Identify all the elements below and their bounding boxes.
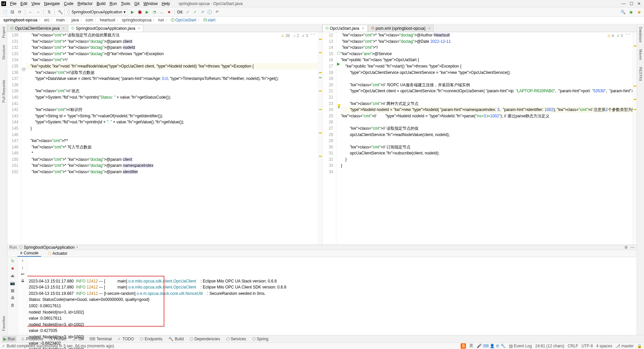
breadcrumb-item[interactable]: com (84, 18, 95, 22)
menu-edit[interactable]: Edit (18, 1, 29, 7)
right-tabs: ⒸOpcUaStart.java×Ⓜpom.xml (springboot-op… (322, 24, 637, 32)
right-gutter[interactable]: 1213141516171819202122232425262728293031… (322, 32, 336, 245)
left-gutter[interactable]: 1301311321331341351361371381391401411421… (7, 32, 21, 245)
avatar-icon[interactable]: ◉ (628, 9, 634, 15)
back-icon[interactable]: ← (28, 9, 34, 15)
breadcrumb-item[interactable]: ⒸOpcUaStart (169, 18, 198, 22)
rerun-icon[interactable]: ↻ (10, 258, 15, 264)
menu-help[interactable]: Help (160, 1, 172, 7)
menu-refactor[interactable]: Refactor (75, 1, 95, 7)
breadcrumb-item[interactable]: springboot-opcua (2, 18, 39, 22)
left-editor: ⒸOpcUaClientService.java×ⒸSpringbootOpcu… (7, 24, 322, 245)
gear-icon[interactable]: ⚙ (624, 245, 628, 250)
left-tool-strip: Project Structure Pull Requests Favorite… (0, 24, 7, 335)
minimize-panel-icon[interactable]: — (631, 245, 635, 250)
refresh-icon[interactable]: ⟳ (17, 9, 23, 15)
forward-icon[interactable]: → (35, 9, 41, 15)
git-label: Git: (177, 10, 183, 14)
layout-icon[interactable]: ▦ (10, 288, 15, 293)
chevron-icon[interactable]: ˆ ˅ (311, 33, 315, 38)
git-rollback-icon[interactable]: ↶ (214, 9, 220, 15)
right-inspection-indicators[interactable]: 4 3 ˆ ˅ (607, 33, 630, 38)
breadcrumb-item[interactable]: java (70, 18, 80, 22)
breadcrumb-item[interactable]: ⓜstart (202, 18, 217, 22)
close-tab-icon[interactable]: × (362, 26, 364, 31)
menu-run[interactable]: Run (108, 1, 119, 7)
breadcrumb-item[interactable]: main (55, 18, 66, 22)
stop-run-icon[interactable]: ■ (10, 266, 15, 271)
save-icon[interactable]: 🖫 (9, 9, 15, 15)
right-tool-strip: Database Maven RESTKit (637, 24, 644, 335)
close-tab-icon[interactable]: × (62, 26, 64, 31)
profile-icon[interactable]: ◔ (151, 9, 157, 15)
bottom-tab-run[interactable]: ▶Run (2, 336, 16, 342)
menu-tools[interactable]: Tools (119, 1, 132, 7)
lock-icon[interactable]: 🔒 (637, 344, 642, 348)
restkit-tool[interactable]: RESTKit (639, 66, 643, 82)
up-icon[interactable]: ↑ (22, 258, 24, 263)
left-tabs: ⒸOpcUaClientService.java×ⒸSpringbootOpcu… (7, 24, 322, 32)
structure-tool[interactable]: Structure (2, 43, 6, 61)
wrap-icon[interactable]: ↩ (21, 272, 24, 276)
open-icon[interactable]: 📄 (2, 9, 8, 15)
pull-requests-tool[interactable]: Pull Requests (2, 79, 6, 104)
run-config-name: SpringbootOpcuaApplication (24, 245, 74, 250)
console-output[interactable]: ...2023-04-13 15:01:17.880 INFO 12412 --… (27, 257, 637, 349)
scroll-end-icon[interactable]: ⇊ (21, 278, 24, 283)
breadcrumb-item[interactable]: src (43, 18, 51, 22)
print-icon[interactable]: 🖶 (10, 295, 15, 301)
editor-tab[interactable]: Ⓜpom.xml (springboot-opcua)× (368, 25, 434, 32)
left-code-area[interactable]: 39 2 3 ˆ ˅ 13013113213313413513613713813… (7, 32, 322, 245)
debug-icon[interactable]: 🐞 (137, 9, 143, 15)
breadcrumb-item[interactable]: run (157, 18, 165, 22)
close-icon[interactable]: ✕ (637, 1, 641, 6)
camera-icon[interactable]: 📷 (10, 280, 15, 286)
minimize-icon[interactable]: — (622, 1, 626, 6)
stop-icon[interactable]: ■ (166, 9, 172, 15)
run-icon[interactable]: ▶ (129, 9, 135, 15)
console-tab[interactable]: ≡Console (17, 250, 41, 257)
exit-icon[interactable]: ⏏ (10, 273, 15, 278)
git-push-icon[interactable]: ↗ (199, 9, 205, 15)
chevron-down-icon: ▾ (124, 10, 126, 14)
editor-tab[interactable]: ⒸOpcUaStart.java× (322, 25, 367, 32)
git-update-icon[interactable]: ✓ (185, 9, 191, 15)
left-inspection-indicators[interactable]: 39 2 3 ˆ ˅ (281, 33, 315, 38)
close-tab-icon[interactable]: × (138, 26, 140, 31)
right-code-area[interactable]: 4 3 ˆ ˅ 12131415161718192021222324252627… (322, 32, 637, 245)
favorites-tool[interactable]: Favorites (2, 315, 6, 332)
trash-icon[interactable]: 🗑 (10, 303, 15, 308)
right-editor: ⒸOpcUaStart.java×Ⓜpom.xml (springboot-op… (322, 24, 637, 245)
maximize-icon[interactable]: ☐ (630, 1, 633, 6)
close-tab-icon[interactable]: × (428, 26, 431, 31)
editor-tab[interactable]: ⒸSpringbootOpcuaApplication.java× (68, 25, 143, 32)
attach-icon[interactable]: … (159, 9, 165, 15)
editor-tab[interactable]: ⒸOpcUaClientService.java× (7, 25, 67, 32)
build-icon[interactable]: 🔨 (57, 9, 63, 15)
menu-code[interactable]: Code (62, 1, 75, 7)
vcs-icon[interactable]: ⇅ (46, 9, 52, 15)
menu-git[interactable]: Git (132, 1, 141, 7)
search-icon[interactable]: 🔍 (620, 9, 626, 15)
main-toolbar: 📄 🖫 ⟳ ← → ⇅ 🔨 ⬡ SpringbootOpcuaApplicati… (0, 7, 644, 17)
database-tool[interactable]: Database (639, 25, 643, 44)
menu-view[interactable]: View (29, 1, 42, 7)
chevron-icon[interactable]: ˆ ˅ (626, 33, 630, 38)
app-logo: IJ (1, 1, 6, 6)
ide-update-icon[interactable]: ◆ (636, 9, 642, 15)
breadcrumb-item[interactable]: heartsuit (99, 18, 117, 22)
window-title: springboot-opcua - OpcUaStart.java (179, 1, 243, 6)
breadcrumb-item[interactable]: springbootopcua (121, 18, 153, 22)
actuator-tab[interactable]: ⬡Actuator (45, 250, 70, 256)
run-config-selector[interactable]: ⬡ SpringbootOpcuaApplication ▾ (64, 9, 128, 15)
git-history-icon[interactable]: 🕘 (207, 9, 213, 15)
menu-build[interactable]: Build (95, 1, 108, 7)
maven-tool[interactable]: Maven (639, 48, 643, 62)
menu-navigate[interactable]: Navigate (42, 1, 62, 7)
coverage-icon[interactable]: ▶ (144, 9, 150, 15)
project-tool[interactable]: Project (2, 25, 6, 39)
down-icon[interactable]: ↓ (22, 265, 24, 270)
git-commit-icon[interactable]: ✓ (192, 9, 198, 15)
menu-file[interactable]: File (8, 1, 18, 7)
menu-window[interactable]: Window (141, 1, 160, 7)
